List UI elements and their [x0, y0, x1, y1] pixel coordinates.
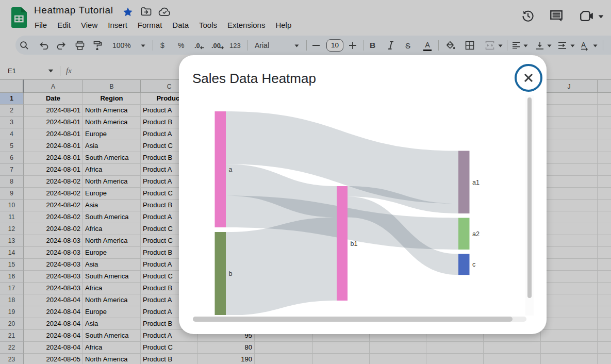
svg-text:a: a: [229, 166, 233, 173]
svg-text:b1: b1: [351, 240, 358, 247]
svg-text:c: c: [472, 261, 475, 268]
svg-text:a1: a1: [472, 179, 480, 186]
svg-text:a2: a2: [472, 230, 480, 238]
svg-text:b: b: [229, 270, 233, 277]
